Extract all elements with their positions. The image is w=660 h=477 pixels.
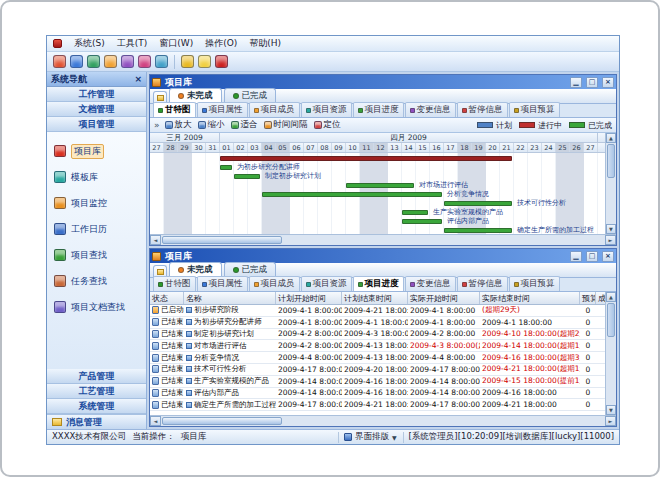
lock-icon[interactable]	[181, 55, 194, 68]
fit-button[interactable]: 适合	[231, 119, 258, 131]
menu-item-tools[interactable]: 工具(T)	[117, 37, 148, 50]
column-header-plan-start[interactable]: 计划开始时间	[276, 292, 342, 304]
progress-tab-unfinished[interactable]: 未完成	[169, 262, 222, 277]
gantt-tab-budget[interactable]: 项目预算	[509, 102, 560, 117]
report-icon[interactable]	[121, 55, 134, 68]
refresh-icon[interactable]	[104, 55, 117, 68]
column-header-plan-end[interactable]: 计划结束时间	[342, 292, 408, 304]
progress-tab-progress[interactable]: 项目进度	[353, 276, 404, 291]
locate-button[interactable]: 定位	[314, 119, 341, 131]
scroll-down-icon[interactable]: ▼	[606, 405, 616, 415]
gantt-bar-evaluate-market[interactable]	[346, 183, 414, 188]
gantt-bar-make-initial-research-plan[interactable]	[234, 174, 260, 179]
globe-icon[interactable]	[87, 55, 100, 68]
ui-style-selector[interactable]: 界面排版 ▼	[338, 432, 397, 443]
scroll-down-icon[interactable]: ▼	[606, 224, 616, 234]
gantt-bar-lab-scale-product[interactable]	[402, 210, 428, 215]
column-header-name[interactable]: 名称	[184, 292, 276, 304]
sidebar-close-icon[interactable]: ×	[134, 75, 142, 84]
sidebar-group-process-mgmt[interactable]: 工艺管理	[47, 384, 146, 399]
gantt-bar-assign-lecturers[interactable]	[220, 165, 232, 170]
column-header-actual-end[interactable]: 实际结束时间	[480, 292, 580, 304]
close-icon[interactable]: ×	[602, 77, 614, 88]
gantt-tab-resources[interactable]: 项目资源	[301, 102, 352, 117]
table-vertical-scrollbar[interactable]: ▲ ▼	[605, 292, 616, 415]
progress-tab-pauses[interactable]: 暂停信息	[457, 276, 508, 291]
gantt-tab-properties[interactable]: 项目属性	[197, 102, 248, 117]
table-row[interactable]: 已结束确定生产所需的加工过程2009-4-17 8:00:002009-4-21…	[150, 399, 605, 411]
sidebar-item-template-library[interactable]: 模板库	[54, 164, 146, 190]
sidebar-group-system-mgmt[interactable]: 系统管理	[47, 399, 146, 414]
column-header-cost[interactable]: 成	[596, 292, 605, 304]
table-row[interactable]: 已结束为初步研究分配讲师2009-4-1 8:00:002009-4-1 18:…	[150, 317, 605, 329]
column-header-actual-start[interactable]: 实际开始时间	[408, 292, 480, 304]
restore-icon[interactable]: □	[586, 251, 598, 262]
progress-tab-changes[interactable]: 变更信息	[405, 276, 456, 291]
gantt-bar-define-processing[interactable]	[444, 228, 512, 233]
zoom-out-button[interactable]: 缩小	[198, 119, 225, 131]
progress-tab-gantt[interactable]: 甘特图	[153, 276, 196, 291]
table-row[interactable]: 已结束制定初步研究计划2009-4-2 8:00:002009-4-3 18:0…	[150, 329, 605, 341]
sidebar-item-work-calendar[interactable]: 工作日历	[54, 216, 146, 242]
sidebar-item-project-search[interactable]: 项目查找	[54, 242, 146, 268]
time-interval-button[interactable]: 时间间隔	[264, 119, 308, 131]
gantt-tab-finished[interactable]: 已完成	[224, 88, 277, 103]
column-header-status[interactable]: 状态	[150, 292, 184, 304]
sidebar-group-work-mgmt[interactable]: 工作管理	[47, 87, 146, 102]
minimize-icon[interactable]: ▁	[570, 77, 582, 88]
gantt-tab-members[interactable]: 项目成员	[249, 102, 300, 117]
progress-tab-members[interactable]: 项目成员	[249, 276, 300, 291]
minimize-icon[interactable]: ▁	[570, 251, 582, 262]
close-icon[interactable]: ×	[602, 251, 614, 262]
overflow-chevron-icon[interactable]: »	[154, 120, 160, 130]
sidebar-group-product-mgmt[interactable]: 产品管理	[47, 369, 146, 384]
table-row[interactable]: 已结束分析竞争情况2009-4-4 8:00:002009-4-13 18:00…	[150, 352, 605, 364]
gantt-horizontal-scrollbar[interactable]: ◄ ►	[150, 234, 616, 245]
sidebar-item-project-library[interactable]: 项目库	[54, 138, 146, 164]
table-row[interactable]: 已结束对市场进行评估2009-4-2 8:00:002009-4-13 18:0…	[150, 340, 605, 352]
sidebar-item-project-doc-search[interactable]: 项目文档查找	[54, 294, 146, 320]
mail-icon[interactable]	[155, 55, 168, 68]
table-row[interactable]: 已结束技术可行性分析2009-4-17 8:00:002009-4-20 18:…	[150, 364, 605, 376]
progress-tab-finished[interactable]: 已完成	[224, 262, 277, 277]
gantt-vertical-scrollbar[interactable]: ▲ ▼	[605, 133, 616, 234]
table-row[interactable]: 已启动初步研究阶段2009-4-1 8:00:002009-4-21 18:00…	[150, 305, 605, 317]
open-library-icon[interactable]	[70, 55, 83, 68]
sidebar-group-doc-mgmt[interactable]: 文档管理	[47, 102, 146, 117]
sidebar-item-task-search[interactable]: 任务查找	[54, 268, 146, 294]
new-project-icon[interactable]	[53, 55, 66, 68]
calendar-icon[interactable]	[138, 55, 151, 68]
sidebar-tab-message-mgmt[interactable]: 消息管理	[47, 414, 146, 429]
menu-item-window[interactable]: 窗口(W)	[159, 37, 193, 50]
scroll-right-icon[interactable]: ►	[605, 416, 616, 426]
menu-item-system[interactable]: 系统(S)	[74, 37, 105, 50]
gantt-tab-unfinished[interactable]: 未完成	[169, 88, 222, 103]
column-header-budget[interactable]: 预算	[580, 292, 596, 304]
scroll-up-icon[interactable]: ▲	[606, 133, 616, 143]
sidebar-item-project-monitor[interactable]: 项目监控	[54, 190, 146, 216]
progress-tab-properties[interactable]: 项目属性	[197, 276, 248, 291]
scroll-thumb[interactable]	[607, 144, 615, 178]
gantt-tab-changes[interactable]: 变更信息	[405, 102, 456, 117]
scroll-up-icon[interactable]: ▲	[606, 292, 616, 302]
help-icon[interactable]	[198, 55, 211, 68]
gantt-tab-pauses[interactable]: 暂停信息	[457, 102, 508, 117]
gantt-bar-evaluate-internal-product[interactable]	[402, 219, 442, 224]
table-horizontal-scrollbar[interactable]: ◄ ►	[150, 415, 616, 426]
progress-window-titlebar[interactable]: 项目库 ▁ □ ×	[150, 249, 616, 263]
gantt-bar-tech-feasibility[interactable]	[444, 201, 512, 206]
menu-item-help[interactable]: 帮助(H)	[249, 37, 281, 50]
scroll-thumb[interactable]	[162, 417, 282, 425]
gantt-tab-progress[interactable]: 项目进度	[353, 102, 404, 117]
progress-tab-resources[interactable]: 项目资源	[301, 276, 352, 291]
scroll-left-icon[interactable]: ◄	[150, 416, 161, 426]
table-row[interactable]: 已结束评估内部产品2009-4-14 8:00:002009-4-16 18:0…	[150, 388, 605, 400]
zoom-in-button[interactable]: 放大	[165, 119, 192, 131]
table-row[interactable]: 已结束生产实验室规模的产品2009-4-14 8:00:002009-4-16 …	[150, 376, 605, 388]
scroll-right-icon[interactable]: ►	[605, 235, 616, 245]
gantt-window-titlebar[interactable]: 项目库 ▁ □ ×	[150, 75, 616, 89]
sidebar-group-project-mgmt[interactable]: 项目管理	[47, 117, 146, 132]
gantt-bar-initial-research-phase[interactable]	[220, 156, 512, 161]
scroll-thumb[interactable]	[162, 236, 282, 244]
gantt-tab-gantt[interactable]: 甘特图	[153, 102, 196, 117]
